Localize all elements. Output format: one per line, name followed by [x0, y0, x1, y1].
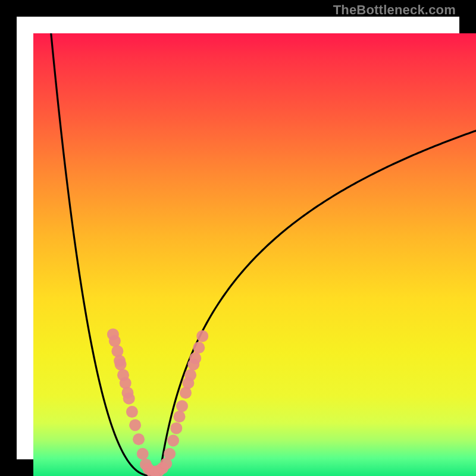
data-marker	[176, 400, 188, 412]
data-marker	[123, 393, 135, 405]
chart-frame	[0, 0, 476, 476]
data-marker	[115, 359, 127, 371]
data-marker	[184, 369, 196, 381]
data-marker	[189, 352, 201, 364]
data-marker	[126, 406, 138, 418]
data-marker	[174, 411, 186, 422]
curve-layer	[51, 33, 476, 476]
data-marker	[193, 342, 205, 353]
bottleneck-curve	[51, 33, 476, 476]
data-marker	[109, 335, 121, 347]
data-marker	[170, 422, 182, 434]
chart-curve-svg	[33, 33, 476, 476]
data-marker	[196, 330, 208, 342]
data-marker	[137, 448, 149, 460]
data-marker	[129, 419, 141, 431]
data-marker	[164, 448, 176, 460]
watermark-text: TheBottleneck.com	[333, 2, 456, 18]
data-marker	[167, 434, 179, 446]
data-marker	[133, 433, 145, 445]
chart-plot-area	[33, 33, 476, 476]
